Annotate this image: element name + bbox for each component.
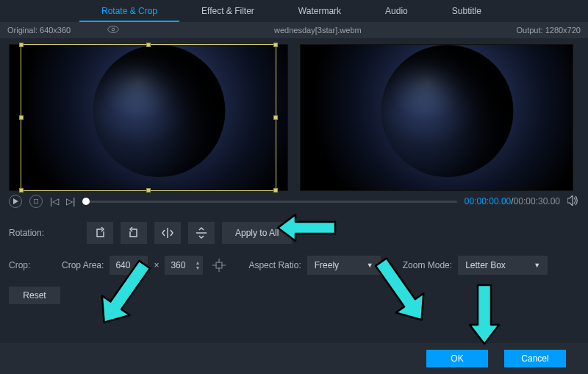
stop-button[interactable] bbox=[29, 195, 43, 208]
preview-output bbox=[300, 44, 573, 191]
crop-width-input[interactable]: 640 ▲▼ bbox=[110, 256, 148, 275]
filename-label: wednesday[3star].webm bbox=[274, 26, 362, 35]
volume-icon[interactable] bbox=[567, 195, 579, 208]
output-size-label: Output: 1280x720 bbox=[517, 26, 581, 35]
tab-audio[interactable]: Audio bbox=[363, 0, 430, 22]
reset-button[interactable]: Reset bbox=[9, 287, 60, 304]
tab-watermark[interactable]: Watermark bbox=[276, 0, 363, 22]
play-button[interactable] bbox=[9, 195, 22, 208]
svg-rect-3 bbox=[34, 199, 38, 204]
timeline-track[interactable] bbox=[82, 201, 457, 203]
original-size-label: Original: 640x360 bbox=[7, 26, 71, 35]
tab-effect-filter[interactable]: Effect & Filter bbox=[179, 0, 276, 22]
crop-label: Crop: bbox=[9, 260, 47, 270]
width-down[interactable]: ▼ bbox=[140, 265, 145, 270]
zoom-mode-label: Zoom Mode: bbox=[403, 260, 452, 270]
rotate-cw-button[interactable] bbox=[121, 222, 147, 244]
playhead[interactable] bbox=[82, 198, 90, 205]
height-up[interactable]: ▲ bbox=[195, 260, 200, 265]
preview-original[interactable] bbox=[9, 44, 288, 191]
controls-panel: Rotation: Apply to All Crop: Crop Area: … bbox=[0, 212, 588, 309]
width-up[interactable]: ▲ bbox=[140, 260, 145, 265]
aspect-ratio-label: Aspect Ratio: bbox=[248, 260, 301, 270]
flip-vertical-button[interactable] bbox=[188, 222, 215, 244]
ok-button[interactable]: OK bbox=[426, 350, 488, 367]
center-align-button[interactable] bbox=[209, 256, 229, 275]
tab-subtitle[interactable]: Subtitle bbox=[430, 0, 503, 22]
svg-rect-5 bbox=[216, 262, 222, 268]
apply-to-all-button[interactable]: Apply to All bbox=[222, 222, 292, 244]
zoom-mode-select[interactable]: Letter Box▼ bbox=[458, 256, 548, 275]
aspect-ratio-select[interactable]: Freely▼ bbox=[307, 256, 381, 275]
crop-handles[interactable] bbox=[21, 44, 276, 191]
height-down[interactable]: ▼ bbox=[195, 265, 200, 270]
playback-timeline: |◁ ▷| 00:00:00.00/00:00:30.00 bbox=[0, 194, 588, 212]
rotate-ccw-button[interactable] bbox=[87, 222, 113, 244]
preview-area bbox=[0, 38, 588, 194]
flip-horizontal-button[interactable] bbox=[154, 222, 181, 244]
next-frame-button[interactable]: ▷| bbox=[66, 196, 75, 206]
times-label: × bbox=[154, 260, 159, 270]
footer-bar: OK Cancel bbox=[0, 343, 588, 374]
svg-point-1 bbox=[112, 28, 115, 31]
file-info-bar: Original: 640x360 wednesday[3star].webm … bbox=[0, 22, 588, 38]
rotation-label: Rotation: bbox=[9, 228, 47, 238]
tab-rotate-crop[interactable]: Rotate & Crop bbox=[79, 0, 179, 22]
time-current: 00:00:00.00 bbox=[465, 196, 511, 206]
visibility-icon[interactable] bbox=[107, 26, 119, 35]
prev-frame-button[interactable]: |◁ bbox=[50, 196, 59, 206]
cancel-button[interactable]: Cancel bbox=[504, 350, 566, 367]
svg-marker-2 bbox=[13, 198, 18, 204]
crop-height-input[interactable]: 360 ▲▼ bbox=[165, 256, 203, 275]
crop-area-label: Crop Area: bbox=[62, 260, 104, 270]
time-total: 00:00:30.00 bbox=[514, 196, 560, 206]
svg-point-0 bbox=[108, 26, 118, 33]
tabs-bar: Rotate & Crop Effect & Filter Watermark … bbox=[0, 0, 588, 22]
svg-marker-4 bbox=[567, 195, 573, 206]
